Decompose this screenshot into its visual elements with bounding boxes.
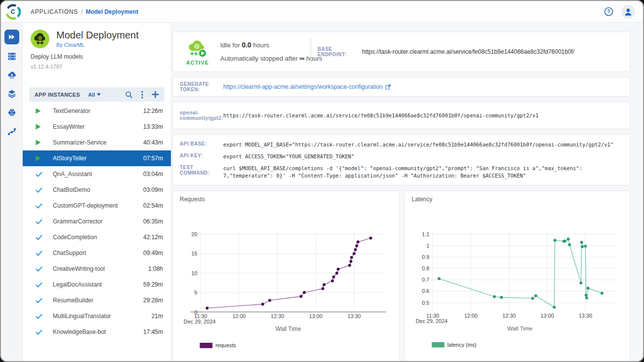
app-instance-row[interactable]: Summarizer-Service 40:43m (23, 135, 171, 150)
instance-elapsed-time: 03:09m (143, 186, 163, 193)
latency-chart: 0.50.60.70.80.911.111:3012:0012:3013:001… (405, 191, 630, 361)
app-instance-row[interactable]: ResumeBuilder 29:28m (23, 292, 171, 308)
kebab-menu-icon (141, 91, 143, 99)
page-title: Model Deployment (56, 30, 139, 40)
api-usage-card: API BASE: export MODEL_API_BASE="https:/… (172, 134, 630, 185)
svg-text:5: 5 (194, 290, 197, 295)
app-instance-row[interactable]: MultiLingualTranslator 21m (23, 308, 171, 324)
app-instance-row[interactable]: EssayWriter 13:33m (23, 119, 171, 135)
model-endpoint-value: https://task-router.clearml.acme.ai/serv… (223, 112, 538, 119)
brain-icon (7, 108, 17, 117)
app-instance-row[interactable]: ChatSupport 09:49m (23, 245, 171, 261)
completed-check-icon (36, 235, 42, 240)
app-instance-row[interactable]: ChatBotDemo 03:09m (23, 182, 171, 198)
instance-name: QnA_Assistant (53, 171, 92, 178)
svg-text:0.8: 0.8 (422, 265, 429, 271)
svg-text:13:30: 13:30 (578, 313, 592, 319)
app-instance-row[interactable]: CreativeWriting-tool 1:08h (23, 261, 171, 277)
running-play-icon (36, 140, 42, 145)
svg-text:⚙: ⚙ (38, 35, 42, 41)
instance-elapsed-time: 07:57m (143, 155, 163, 162)
idle-hours-value: 0.0 (242, 41, 251, 49)
completed-check-icon (36, 314, 42, 319)
requests-chart-title: Requests (180, 196, 205, 203)
svg-text:1.1: 1.1 (422, 231, 429, 237)
requests-chart-card: 0510152011:3012:0012:3013:0013:30Dec 29,… (172, 190, 400, 361)
plus-icon (152, 91, 159, 98)
svg-text:requests: requests (215, 342, 236, 348)
svg-text:✚✚: ✚✚ (36, 40, 44, 45)
layers-icon (7, 89, 17, 99)
instance-name: ChatSupport (53, 250, 86, 256)
instance-name: CodeCompletion (53, 234, 97, 241)
instance-details: ⚙ ✚ ✚ ACTIVE Idle for 0.0 (171, 23, 643, 361)
instance-elapsed-time: 09:49m (143, 250, 163, 256)
svg-text:Dec 29, 2024: Dec 29, 2024 (415, 318, 447, 324)
nav-item-models[interactable] (5, 106, 19, 119)
app-instance-row[interactable]: TextGenerator 12:26m (23, 103, 171, 119)
app-description: Deploy LLM models (31, 53, 163, 60)
instance-name: TextGenerator (53, 108, 90, 114)
requests-chart: 0510152011:3012:0012:3013:0013:30Dec 29,… (173, 191, 399, 361)
completed-check-icon (36, 298, 42, 303)
nav-item-pipelines[interactable] (5, 124, 19, 138)
add-instance-button[interactable] (152, 91, 159, 98)
app-window: C APPLICATIONS / Model Deployment ? (0, 0, 644, 362)
search-button[interactable] (125, 91, 133, 99)
breadcrumb-page: Model Deployment (85, 8, 138, 15)
svg-text:12:00: 12:00 (232, 313, 245, 319)
generate-token-link[interactable]: https://clearml-app-acme.ai/settings/wor… (223, 83, 391, 90)
api-base-value: export MODEL_API_BASE="https://task-rout… (223, 141, 613, 148)
app-instance-row[interactable]: GrammarCorrector 06:35m (23, 214, 171, 229)
instance-name: KnowledgeBase-bot (53, 328, 106, 335)
svg-text:0.9: 0.9 (422, 254, 429, 260)
left-nav-rail (1, 23, 23, 361)
instance-elapsed-time: 29:28m (143, 297, 163, 304)
breadcrumb-section[interactable]: APPLICATIONS (31, 8, 78, 15)
svg-text:15: 15 (191, 251, 197, 256)
svg-text:✚: ✚ (190, 51, 194, 56)
svg-text:0.5: 0.5 (422, 300, 429, 306)
api-key-label: API KEY: (180, 153, 219, 158)
clearml-logo-icon: C (5, 4, 21, 20)
status-card: ⚙ ✚ ✚ ACTIVE Idle for 0.0 (172, 32, 630, 72)
help-icon[interactable]: ? (604, 7, 613, 16)
nav-item-serving[interactable] (5, 68, 19, 82)
user-avatar[interactable] (621, 5, 635, 19)
completed-check-icon (36, 329, 42, 335)
workers-queues-icon (7, 51, 17, 61)
instances-menu-button[interactable] (141, 91, 143, 99)
app-detail-panel: ⚙ ✚✚ Model Deployment By ClearML Deploy … (23, 23, 171, 361)
instance-elapsed-time: 1:08h (148, 265, 163, 272)
app-instance-row[interactable]: CodeCompletion 42:12m (23, 229, 171, 245)
svg-text:✚: ✚ (194, 51, 198, 56)
applications-icon (7, 33, 16, 41)
svg-text:?: ? (607, 8, 610, 14)
running-play-icon (36, 108, 42, 114)
charts-row: 0510152011:3012:0012:3013:0013:30Dec 29,… (172, 190, 630, 361)
nav-item-applications[interactable] (4, 30, 19, 44)
completed-check-icon (36, 172, 42, 177)
instances-filter-dropdown[interactable]: All (88, 92, 101, 98)
test-command-label: TEST COMMAND: (180, 165, 219, 176)
svg-text:10: 10 (191, 270, 197, 276)
app-instance-row[interactable]: KnowledgeBase-bot 17:45m (23, 324, 171, 340)
instance-name: ResumeBuilder (53, 297, 93, 304)
auto-stop-hours-value: ∞ (299, 54, 304, 62)
svg-text:Dec 29, 2024: Dec 29, 2024 (184, 319, 216, 325)
app-instance-row[interactable]: CustomGPT-deployment 02:54m (23, 198, 171, 214)
app-instance-row[interactable]: QnA_Assistant 03:04m (23, 166, 171, 182)
svg-text:13:00: 13:00 (309, 313, 322, 319)
app-instance-row[interactable]: AIStoryTeller 07:57m (23, 150, 171, 166)
instance-elapsed-time: 03:04m (143, 171, 163, 178)
nav-item-workers-queues[interactable] (5, 49, 19, 63)
instance-elapsed-time: 06:35m (143, 218, 163, 225)
instance-name: CustomGPT-deployment (53, 202, 118, 209)
svg-text:12:30: 12:30 (502, 313, 516, 319)
external-link-icon (385, 84, 391, 90)
app-instance-row[interactable]: LegalDocAssistant 59:29m (23, 277, 171, 292)
person-icon (624, 7, 633, 16)
nav-item-datasets[interactable] (5, 87, 19, 101)
app-author[interactable]: By ClearML (56, 42, 139, 48)
active-status-cloud-icon: ⚙ ✚ ✚ (186, 38, 209, 59)
